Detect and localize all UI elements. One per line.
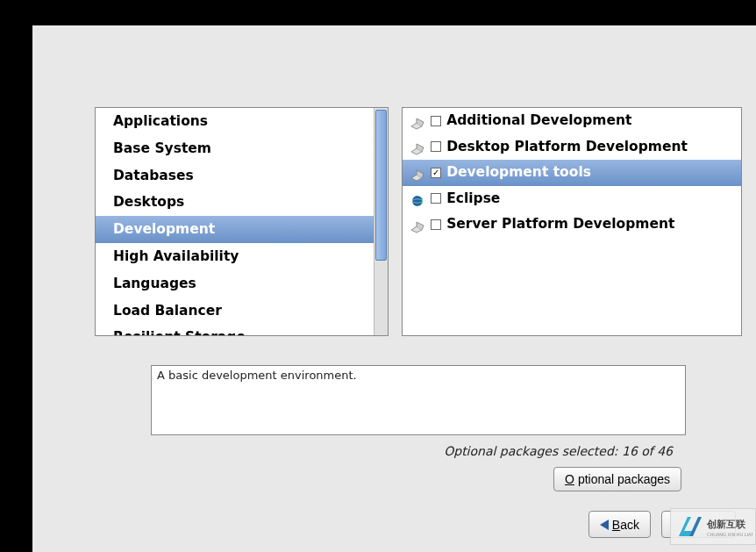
back-button[interactable]: Back [588,511,651,538]
category-item-high-availability[interactable]: High Availability [96,243,374,270]
installer-page: Applications Base System Databases Deskt… [32,25,756,552]
package-label: Additional Development [446,110,631,133]
category-item-desktops[interactable]: Desktops [96,189,374,216]
svg-text:创新互联: 创新互联 [706,519,746,530]
globe-icon [410,192,425,204]
package-item-additional-development[interactable]: Additional Development [403,108,741,134]
optional-label-rest: ptional packages [578,472,670,486]
category-item-databases[interactable]: Databases [96,162,374,190]
category-item-load-balancer[interactable]: Load Balancer [96,298,374,325]
package-panel: Additional Development Desktop Platform … [402,107,742,336]
arrow-left-icon [600,520,609,530]
optional-mnemonic: O [565,472,574,486]
scrollbar-thumb[interactable] [375,110,387,261]
package-checkbox[interactable] [431,219,441,230]
optional-button-row: Optional packages [32,467,681,491]
category-item-development[interactable]: Development [96,216,374,243]
back-label-rest: ack [620,518,639,532]
package-item-server-platform-dev[interactable]: Server Platform Development [403,211,741,238]
package-label: Server Platform Development [446,213,674,236]
package-checkbox[interactable] [431,141,441,152]
optional-packages-button[interactable]: Optional packages [553,467,681,491]
watermark-badge: 创新互联 CHUANG XIN HU LIAN [670,508,756,545]
back-mnemonic: B [612,518,620,532]
package-item-development-tools[interactable]: ✓ Development tools [403,160,741,186]
category-scrollbar[interactable] [374,108,388,335]
selection-panels: Applications Base System Databases Deskt… [95,107,742,336]
package-icon [410,115,425,127]
package-label: Development tools [446,161,591,184]
category-item-languages[interactable]: Languages [96,270,374,298]
description-box: A basic development environment. [151,365,686,435]
package-icon [410,140,425,153]
package-checkbox[interactable]: ✓ [431,168,441,178]
category-panel: Applications Base System Databases Deskt… [95,107,389,336]
package-icon [410,219,425,231]
optional-count-label: Optional packages selected: 16 of 46 [32,444,673,458]
package-item-eclipse[interactable]: Eclipse [403,186,741,212]
category-item-resilient-storage[interactable]: Resilient Storage [96,324,374,335]
package-listbox[interactable]: Additional Development Desktop Platform … [403,108,741,335]
category-item-applications[interactable]: Applications [96,108,374,135]
package-label: Eclipse [446,188,500,211]
category-item-base-system[interactable]: Base System [96,135,374,162]
package-label: Desktop Platform Development [446,136,688,159]
svg-text:CHUANG XIN HU LIAN: CHUANG XIN HU LIAN [707,532,752,537]
package-item-desktop-platform-dev[interactable]: Desktop Platform Development [403,134,741,161]
package-checkbox[interactable] [431,193,441,204]
category-listbox[interactable]: Applications Base System Databases Deskt… [96,108,374,335]
package-checkbox[interactable] [431,116,441,126]
package-icon [410,167,425,179]
